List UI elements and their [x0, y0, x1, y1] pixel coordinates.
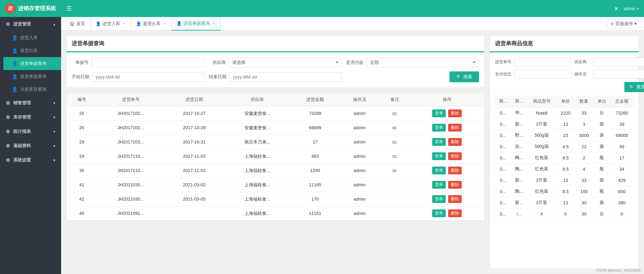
cat-left-inventory: ⚙ 库存管理 [5, 114, 31, 120]
reset-btn-wrap: 🔍 重置 [574, 82, 644, 92]
sidebar-category-system[interactable]: ⚙ 系统设置 ▼ [0, 153, 61, 167]
sidebar-item-return-query[interactable]: 👤 退货单据查询 [3, 70, 61, 83]
rcell-c3: 红色装 [527, 152, 556, 164]
delete-button[interactable]: 删除 [448, 181, 462, 189]
table-row: 26 JH2017102... 2017-10-28 安徽麦堡食... 6909… [67, 121, 484, 135]
rcell-c5: 33 [575, 107, 593, 119]
info-supplier-input[interactable] [593, 57, 644, 66]
sidebar-category-reports-label: 统计报表 [13, 129, 31, 135]
reset-button[interactable]: 🔍 重置 [624, 82, 644, 92]
cell-bill-no: JH2021030... [97, 192, 164, 206]
goods-button[interactable]: 货单 [432, 181, 446, 189]
cell-action: 货单 删除 [410, 149, 484, 164]
sidebar-category-purchase-label: 进货管理 [13, 21, 31, 27]
reports-icon: ⚙ [5, 129, 11, 134]
sidebar-item-purchase-query[interactable]: 👤 进货单据查询 [3, 57, 61, 70]
sidebar-category-purchase[interactable]: ⚙ 进货管理 ▲ [0, 17, 61, 31]
logo: 进 进销存管理系统 [5, 3, 66, 14]
right-card-title: 进货单商品信息 [495, 40, 533, 46]
user-menu[interactable]: admin ▾ [624, 6, 639, 11]
supplier-label: 供应商 [209, 59, 226, 66]
rcell-c1: 0... [495, 152, 511, 164]
bill-no-input[interactable] [91, 57, 205, 67]
page-ops-button[interactable]: ⊙ 页面操作 ▾ [607, 19, 641, 29]
sidebar-category-base[interactable]: ⚙ 基础资料 ▼ [0, 139, 61, 153]
goods-button[interactable]: 货单 [432, 109, 446, 117]
tab-purchase-out-close[interactable]: ✕ [163, 22, 166, 25]
sidebar-item-purchase-out[interactable]: 👤 退货出库 [3, 44, 61, 57]
menu-icon[interactable]: ☰ [66, 5, 614, 12]
goods-button[interactable]: 货单 [432, 167, 446, 174]
search-card-body: 单据号 供应商 请选择 是否付款 [67, 52, 484, 87]
main-table: 编号 进货单号 进货日期 供应商 进货金额 操作员 备注 操作 [67, 93, 484, 221]
table-row: 25 JH2017102... 2017-10-27 安徽麦堡食... 7329… [67, 106, 484, 121]
right-card-header: 进货单商品信息 [490, 36, 639, 52]
delete-button[interactable]: 删除 [448, 152, 462, 160]
bill-no-field: 单据号 [72, 57, 205, 67]
data-card-body: 编号 进货单号 进货日期 供应商 进货金额 操作员 备注 操作 [67, 93, 484, 221]
goods-button[interactable]: 货单 [432, 152, 446, 160]
sidebar-category-system-label: 系统设置 [13, 157, 31, 163]
goods-button[interactable]: 货单 [432, 195, 446, 203]
supplier-select[interactable]: 请选择 [228, 57, 342, 67]
search-btn-wrap: 🔍 搜索 [346, 71, 479, 82]
rcell-c5: 2 [575, 152, 593, 164]
rcell-c3: 500g装 [527, 141, 556, 152]
rcell-c1: 0... [495, 197, 511, 208]
rcell-c6: 袋 [593, 130, 610, 141]
delete-button[interactable]: 删除 [448, 209, 462, 217]
cell-amount: 73299 [291, 106, 340, 121]
sidebar-item-purchase-in[interactable]: 👤 进货入库 [3, 31, 61, 44]
search-button[interactable]: 🔍 搜索 [449, 71, 479, 82]
purchase-arrow: ▲ [53, 22, 56, 26]
cell-id: 26 [67, 121, 97, 135]
info-operator-input[interactable] [593, 70, 644, 79]
tab-purchase-query[interactable]: 👤 进货单据查询 ✕ [171, 17, 221, 31]
goods-button[interactable]: 货单 [432, 209, 446, 217]
tab-purchase-in[interactable]: 👤 进货入库 ✕ [91, 17, 131, 31]
goods-button[interactable]: 货单 [432, 138, 446, 146]
sidebar-category-sales[interactable]: ⚙ 销售管理 ▼ [0, 96, 61, 110]
tab-purchase-query-close[interactable]: ✕ [213, 21, 215, 25]
start-date-input[interactable] [92, 72, 205, 82]
rcell-c6: 袋 [593, 119, 610, 130]
info-bill-no-input[interactable] [514, 57, 571, 66]
delete-button[interactable]: 删除 [448, 124, 462, 132]
sidebar-category-reports[interactable]: ⚙ 统计报表 ▼ [0, 124, 61, 139]
purchase-query-icon: 👤 [12, 61, 17, 66]
rcell-c2: 新... [511, 119, 527, 130]
goods-button[interactable]: 货单 [432, 124, 446, 132]
delete-button[interactable]: 删除 [448, 195, 462, 203]
delete-button[interactable]: 删除 [448, 138, 462, 146]
cell-supplier: 上海福桂食... [224, 192, 291, 206]
info-pay-status-input[interactable] [514, 70, 571, 79]
info-pay-status: 支付状态 [495, 70, 571, 79]
tab-purchase-out[interactable]: 👤 退货出库 ✕ [131, 17, 171, 31]
delete-button[interactable]: 删除 [448, 167, 462, 174]
cell-id: 42 [67, 192, 97, 206]
cell-remark [380, 178, 410, 192]
end-date-input[interactable] [229, 72, 342, 82]
rcell-c6: 袋 [593, 175, 610, 186]
content: 🏠 首页 👤 进货入库 ✕ 👤 退货出库 ✕ 👤 进货单据查询 ✕ ⊙ [61, 17, 644, 274]
tab-purchase-in-close[interactable]: ✕ [123, 22, 126, 25]
start-date-label: 开始日期 [72, 74, 89, 80]
right-table-wrap: 商... 商... 商品型号 单价 数量 单位 总金额 [495, 96, 633, 220]
right-table-row: 0... 吉... 500g装 4.5 22 袋 99 [495, 141, 633, 152]
info-operator: 操作员 [574, 70, 644, 79]
sales-arrow: ▼ [53, 101, 56, 105]
logo-icon: 进 [5, 3, 15, 14]
cell-remark: cc [380, 164, 410, 178]
tab-home[interactable]: 🏠 首页 [65, 17, 91, 31]
cell-bill-no: JH2021030... [97, 178, 164, 192]
page-ops-label: 页面操作 ▾ [615, 21, 637, 27]
payment-select[interactable]: 全部 [366, 57, 479, 67]
left-panel: 进货单据查询 单据号 供应商 请选择 [66, 36, 484, 269]
main-table-header-row: 编号 进货单号 进货日期 供应商 进货金额 操作员 备注 操作 [67, 93, 484, 106]
sidebar-category-inventory[interactable]: ⚙ 库存管理 ▼ [0, 110, 61, 124]
rcell-c5: 22 [575, 141, 593, 152]
right-table-row: 0... 陶... 红色装 8.5 100 瓶 850 [495, 186, 633, 197]
sidebar-item-stock-query[interactable]: 👤 当前库存查询 [3, 83, 61, 96]
close-icon[interactable]: ✕ [614, 5, 619, 12]
delete-button[interactable]: 删除 [448, 109, 462, 117]
